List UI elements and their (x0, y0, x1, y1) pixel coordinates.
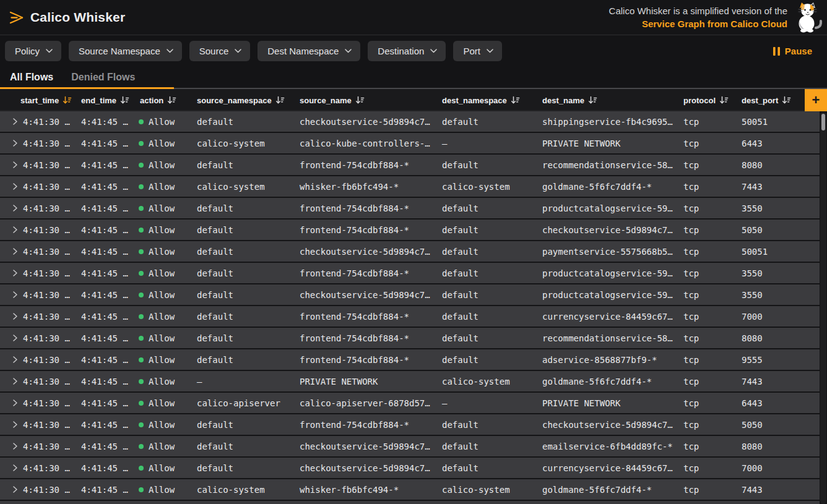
cell-start-time: 4:41:30 … (0, 139, 77, 148)
flow-row[interactable]: 4:41:30 … 4:41:45 … Allow default checko… (0, 111, 820, 132)
cell-action: Allow (136, 290, 193, 300)
expand-chevron-icon[interactable] (12, 248, 18, 255)
action-label: Allow (149, 442, 175, 451)
expand-chevron-icon[interactable] (12, 118, 18, 125)
cell-end-time: 4:41:45 … (77, 160, 136, 170)
cell-action: Allow (136, 203, 193, 213)
filter-destination-dropdown[interactable]: Destination (368, 41, 446, 61)
flow-row[interactable]: 4:41:30 … 4:41:45 … Allow calico-system … (0, 176, 820, 197)
flow-row[interactable]: 4:41:30 … 4:41:45 … Allow calico-apiserv… (0, 393, 820, 413)
cell-end-time: 4:41:45 … (77, 139, 136, 148)
flow-row[interactable]: 4:41:30 … 4:41:45 … Allow default checko… (0, 458, 820, 478)
cell-end-time: 4:41:45 … (77, 377, 136, 387)
cell-dest-namespace: default (438, 333, 539, 343)
expand-chevron-icon[interactable] (12, 291, 18, 298)
cell-dest-namespace: default (438, 203, 539, 213)
cell-dest-port: 3550 (738, 203, 805, 213)
flow-row[interactable]: 4:41:30 … 4:41:45 … Allow default checko… (0, 241, 820, 262)
expand-chevron-icon[interactable] (12, 226, 18, 233)
expand-chevron-icon[interactable] (12, 205, 18, 211)
expand-chevron-icon[interactable] (12, 421, 18, 428)
cell-dest-namespace: default (438, 442, 539, 451)
expand-chevron-icon[interactable] (12, 183, 18, 190)
action-label: Allow (149, 463, 175, 473)
add-column-button[interactable]: + (805, 89, 827, 111)
chevron-down-icon (235, 49, 241, 53)
scrollbar-thumb[interactable] (821, 114, 825, 130)
action-label: Allow (149, 485, 175, 495)
expand-chevron-icon[interactable] (12, 313, 18, 320)
flow-row[interactable]: 4:41:30 … 4:41:45 … Allow default fronte… (0, 349, 820, 370)
flow-row[interactable]: 4:41:30 … 4:41:45 … Allow default fronte… (0, 155, 820, 175)
cell-start-time: 4:41:30 … (0, 442, 77, 451)
expand-chevron-icon[interactable] (12, 161, 18, 168)
column-header-action[interactable]: action (136, 96, 193, 105)
column-header-protocol[interactable]: protocol (680, 96, 738, 105)
allow-status-dot (139, 314, 144, 319)
flow-row[interactable]: 4:41:30 … 4:41:45 … Allow default fronte… (0, 414, 820, 435)
pause-label: Pause (785, 46, 812, 56)
filter-port-dropdown[interactable]: Port (453, 41, 502, 61)
expand-chevron-icon[interactable] (12, 270, 18, 276)
cell-source-name: frontend-754cdbf884-* (296, 312, 438, 322)
tab-all-flows[interactable]: All Flows (10, 72, 53, 83)
cell-start-time: 4:41:30 … (0, 268, 77, 278)
vertical-scrollbar[interactable] (820, 112, 826, 504)
cell-dest-namespace: default (438, 312, 539, 322)
pause-button[interactable]: Pause (773, 46, 818, 56)
flow-row[interactable]: 4:41:30 … 4:41:45 … Allow default fronte… (0, 263, 820, 283)
cell-dest-name: checkoutservice-5d9894c7… (539, 225, 680, 235)
flow-row[interactable]: 4:41:30 … 4:41:45 … Allow default fronte… (0, 198, 820, 218)
flow-row[interactable]: 4:41:30 … 4:41:45 … Allow default fronte… (0, 306, 820, 327)
cell-action: Allow (136, 398, 193, 408)
column-header-source-namespace[interactable]: source_namespace (193, 96, 296, 105)
column-header-source-name[interactable]: source_name (296, 96, 438, 105)
column-header-dest-name[interactable]: dest_name (539, 96, 680, 105)
flow-row[interactable]: 4:41:30 … 4:41:45 … Allow default checko… (0, 436, 820, 456)
expand-chevron-icon[interactable] (12, 399, 18, 406)
column-header-end-time[interactable]: end_time (77, 96, 136, 105)
flow-row[interactable]: 4:41:30 … 4:41:45 … Allow – PRIVATE NETW… (0, 371, 820, 391)
expand-chevron-icon[interactable] (12, 140, 18, 147)
cell-dest-port: 7000 (738, 312, 805, 322)
filter-dest-namespace-dropdown[interactable]: Dest Namespace (258, 41, 360, 61)
expand-chevron-icon[interactable] (12, 464, 18, 471)
cell-dest-port: 8080 (738, 160, 805, 170)
cell-action: Allow (136, 377, 193, 387)
cell-source-namespace: default (193, 117, 296, 127)
allow-status-dot (139, 336, 144, 341)
action-label: Allow (149, 203, 175, 213)
cell-dest-port: 9555 (738, 355, 805, 365)
column-header-dest-namespace[interactable]: dest_namespace (438, 96, 539, 105)
flow-row[interactable]: 4:41:30 … 4:41:45 … Allow default fronte… (0, 328, 820, 348)
flow-row[interactable]: 4:41:30 … 4:41:45 … Allow calico-system … (0, 479, 820, 500)
allow-status-dot (139, 163, 144, 168)
column-header-start-time[interactable]: start_time (0, 96, 77, 105)
flow-row[interactable]: 4:41:30 … 4:41:45 … Allow default fronte… (0, 220, 820, 240)
cell-end-time: 4:41:45 … (77, 203, 136, 213)
cell-source-namespace: default (193, 463, 296, 473)
cell-source-name: calico-kube-controllers-… (296, 139, 438, 148)
expand-chevron-icon[interactable] (12, 378, 18, 385)
cell-end-time: 4:41:45 … (77, 442, 136, 451)
tab-denied-flows[interactable]: Denied Flows (71, 72, 135, 83)
cell-source-namespace: – (193, 377, 296, 387)
expand-chevron-icon[interactable] (12, 335, 18, 341)
service-graph-link[interactable]: Service Graph from Calico Cloud (642, 19, 787, 29)
expand-chevron-icon[interactable] (12, 356, 18, 363)
cell-dest-port: 50051 (738, 117, 805, 127)
filter-source-dropdown[interactable]: Source (189, 41, 251, 61)
expand-chevron-icon[interactable] (12, 443, 18, 450)
cell-dest-name: productcatalogservice-59… (539, 203, 680, 213)
column-header-dest-port[interactable]: dest_port (738, 96, 805, 105)
expand-chevron-icon[interactable] (12, 486, 18, 493)
flow-row[interactable]: 4:41:30 … 4:41:45 … Allow calico-system … (0, 133, 820, 153)
filter-source-namespace-dropdown[interactable]: Source Namespace (69, 41, 182, 61)
cell-end-time: 4:41:45 … (77, 117, 136, 127)
filter-policy-dropdown[interactable]: Policy (5, 41, 61, 61)
cell-end-time: 4:41:45 … (77, 463, 136, 473)
filter-source-label: Source (199, 46, 229, 56)
cell-dest-name: emailservice-6fb4dd89fc-* (539, 442, 680, 451)
flow-row[interactable]: 4:41:30 … 4:41:45 … Allow default checko… (0, 284, 820, 305)
cell-end-time: 4:41:45 … (77, 247, 136, 257)
